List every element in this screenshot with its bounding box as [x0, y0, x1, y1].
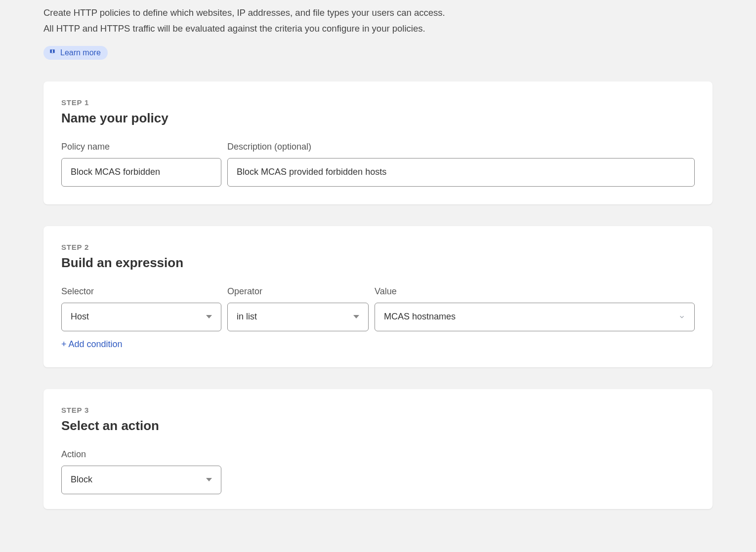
intro-line-1: Create HTTP policies to define which web… — [43, 5, 713, 21]
policy-name-label: Policy name — [61, 142, 221, 152]
action-dropdown[interactable]: Block — [61, 466, 221, 494]
action-label: Action — [61, 449, 221, 460]
description-label: Description (optional) — [227, 142, 695, 152]
step-label: STEP 2 — [61, 243, 695, 251]
step-3-card: STEP 3 Select an action Action Block — [43, 389, 713, 509]
operator-dropdown[interactable]: in list — [227, 303, 369, 331]
action-value: Block — [71, 474, 92, 485]
book-icon — [48, 48, 56, 57]
operator-label: Operator — [227, 286, 369, 297]
value-value: MCAS hostnames — [384, 312, 456, 322]
policy-name-input[interactable] — [61, 158, 221, 187]
caret-down-icon — [206, 478, 212, 481]
step-label: STEP 3 — [61, 406, 695, 414]
add-condition-button[interactable]: + Add condition — [61, 339, 123, 350]
step-2-card: STEP 2 Build an expression Selector Host… — [43, 226, 713, 367]
step-title: Name your policy — [61, 111, 695, 126]
value-dropdown[interactable]: MCAS hostnames — [375, 303, 695, 331]
intro-text: Create HTTP policies to define which web… — [43, 0, 713, 46]
learn-more-label: Learn more — [60, 48, 101, 57]
value-label: Value — [375, 286, 695, 297]
intro-line-2: All HTTP and HTTPS traffic will be evalu… — [43, 21, 713, 37]
chevron-down-icon — [678, 314, 685, 320]
caret-down-icon — [353, 315, 359, 318]
selector-label: Selector — [61, 286, 221, 297]
operator-value: in list — [237, 312, 257, 322]
selector-dropdown[interactable]: Host — [61, 303, 221, 331]
caret-down-icon — [206, 315, 212, 318]
step-title: Build an expression — [61, 255, 695, 271]
step-label: STEP 1 — [61, 98, 695, 107]
learn-more-button[interactable]: Learn more — [43, 46, 108, 60]
step-1-card: STEP 1 Name your policy Policy name Desc… — [43, 81, 713, 204]
selector-value: Host — [71, 312, 89, 322]
step-title: Select an action — [61, 418, 695, 434]
description-input[interactable] — [227, 158, 695, 187]
